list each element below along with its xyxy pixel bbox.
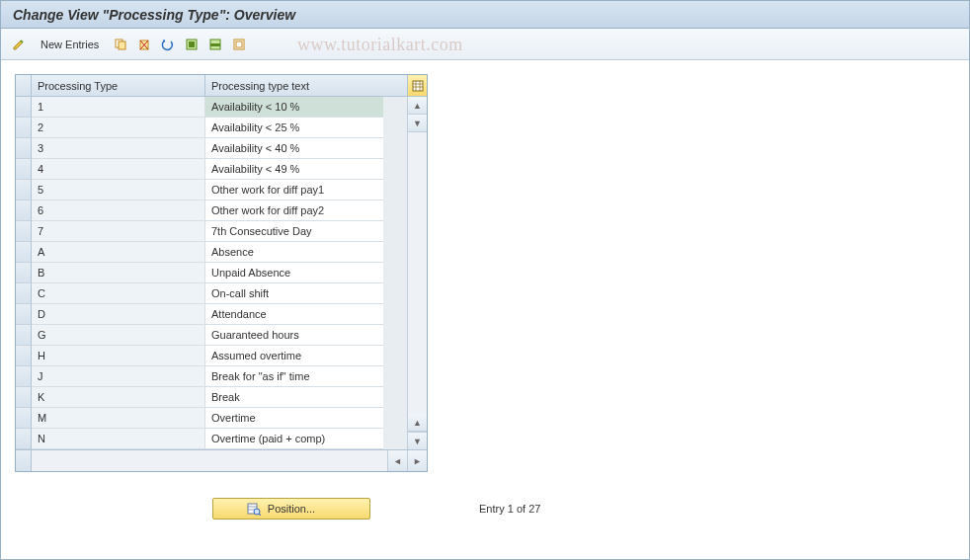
row-selector[interactable]: [16, 304, 32, 325]
grid-footer: ◄ ►: [16, 449, 427, 471]
chevron-up-icon: ▲: [413, 418, 422, 428]
row-selector[interactable]: [16, 429, 32, 449]
table-row[interactable]: 1Availability < 10 %: [16, 97, 407, 118]
content-area: Processing Type Processing type text 1Av…: [1, 60, 969, 520]
scroll-up-button[interactable]: ▲: [408, 97, 427, 115]
column-header-type[interactable]: Processing Type: [32, 75, 205, 96]
scroll-up-step-button[interactable]: ▲: [408, 414, 427, 432]
table-row[interactable]: KBreak: [16, 387, 407, 408]
cell-processing-type[interactable]: 1: [32, 97, 205, 118]
scroll-down-step-button[interactable]: ▼: [408, 115, 427, 132]
configure-columns-button[interactable]: [407, 75, 427, 97]
table-row[interactable]: GGuaranteed hours: [16, 325, 407, 346]
cell-processing-type[interactable]: G: [32, 325, 205, 346]
table-row[interactable]: 6Other work for diff pay2: [16, 200, 407, 221]
cell-processing-text[interactable]: Attendance: [205, 304, 383, 325]
table-row[interactable]: 4Availability < 49 %: [16, 159, 407, 180]
svg-rect-1: [119, 41, 125, 49]
select-block-button[interactable]: [205, 35, 225, 54]
copy-button[interactable]: [111, 35, 130, 54]
cell-processing-type[interactable]: 4: [32, 159, 205, 180]
cell-processing-text[interactable]: Availability < 10 %: [205, 97, 383, 118]
row-selector[interactable]: [16, 97, 32, 118]
cell-processing-text[interactable]: Unpaid Absence: [205, 263, 383, 283]
chevron-down-icon: ▼: [413, 119, 422, 128]
cell-processing-type[interactable]: 2: [32, 118, 205, 138]
row-selector[interactable]: [16, 159, 32, 180]
horizontal-scroll-track[interactable]: [32, 450, 387, 471]
cell-processing-type[interactable]: 5: [32, 180, 205, 200]
cell-processing-text[interactable]: Availability < 25 %: [205, 118, 383, 138]
cell-processing-text[interactable]: Break: [205, 387, 383, 408]
bottom-bar: Position... Entry 1 of 27: [15, 498, 969, 520]
table-row[interactable]: 2Availability < 25 %: [16, 118, 407, 138]
cell-processing-text[interactable]: Guaranteed hours: [205, 325, 383, 346]
cell-processing-type[interactable]: D: [32, 304, 205, 325]
position-button[interactable]: Position...: [212, 498, 370, 520]
pencil-icon: [12, 38, 26, 51]
cell-processing-type[interactable]: 6: [32, 200, 205, 221]
table-row[interactable]: JBreak for "as if" time: [16, 366, 407, 387]
cell-processing-type[interactable]: B: [32, 263, 205, 283]
row-selector[interactable]: [16, 221, 32, 242]
row-selector[interactable]: [16, 263, 32, 283]
cell-processing-text[interactable]: Assumed overtime: [205, 346, 383, 366]
scroll-left-button[interactable]: ◄: [388, 450, 408, 471]
cell-processing-text[interactable]: Break for "as if" time: [205, 366, 383, 387]
position-button-label: Position...: [268, 503, 315, 515]
vertical-scrollbar[interactable]: ▲ ▼ ▲ ▼: [407, 97, 427, 449]
cell-processing-type[interactable]: 7: [32, 221, 205, 242]
table-row[interactable]: 77th Consecutive Day: [16, 221, 407, 242]
select-all-icon: [185, 38, 199, 51]
table-row[interactable]: 3Availability < 40 %: [16, 138, 407, 159]
row-selector[interactable]: [16, 138, 32, 159]
cell-processing-text[interactable]: Availability < 49 %: [205, 159, 383, 180]
table-row[interactable]: DAttendance: [16, 304, 407, 325]
cell-processing-type[interactable]: M: [32, 408, 205, 429]
table-row[interactable]: BUnpaid Absence: [16, 263, 407, 283]
cell-processing-type[interactable]: N: [32, 429, 205, 449]
row-selector[interactable]: [16, 200, 32, 221]
table-row[interactable]: 5Other work for diff pay1: [16, 180, 407, 200]
table-row[interactable]: HAssumed overtime: [16, 346, 407, 366]
cell-processing-text[interactable]: Other work for diff pay2: [205, 200, 383, 221]
table-row[interactable]: COn-call shift: [16, 283, 407, 304]
table-row[interactable]: MOvertime: [16, 408, 407, 429]
cell-processing-type[interactable]: 3: [32, 138, 205, 159]
row-selector[interactable]: [16, 325, 32, 346]
cell-processing-type[interactable]: C: [32, 283, 205, 304]
row-selector[interactable]: [16, 366, 32, 387]
details-button[interactable]: [9, 35, 29, 54]
cell-processing-text[interactable]: Availability < 40 %: [205, 138, 383, 159]
table-row[interactable]: NOvertime (paid + comp): [16, 429, 407, 449]
row-selector[interactable]: [16, 408, 32, 429]
select-all-button[interactable]: [182, 35, 202, 54]
new-entries-button[interactable]: New Entries: [33, 35, 107, 54]
cell-processing-text[interactable]: 7th Consecutive Day: [205, 221, 383, 242]
cell-processing-type[interactable]: A: [32, 242, 205, 263]
scroll-track[interactable]: [408, 132, 427, 414]
scroll-down-button[interactable]: ▼: [408, 432, 427, 449]
deselect-all-button[interactable]: [229, 35, 249, 54]
row-selector[interactable]: [16, 180, 32, 200]
delete-button[interactable]: [134, 35, 154, 54]
row-selector[interactable]: [16, 283, 32, 304]
cell-processing-text[interactable]: Overtime (paid + comp): [205, 429, 383, 449]
row-selector[interactable]: [16, 387, 32, 408]
cell-processing-type[interactable]: K: [32, 387, 205, 408]
cell-processing-text[interactable]: Absence: [205, 242, 383, 263]
table-row[interactable]: AAbsence: [16, 242, 407, 263]
cell-processing-text[interactable]: Other work for diff pay1: [205, 180, 383, 200]
column-header-text[interactable]: Processing type text: [205, 75, 383, 96]
row-selector-header[interactable]: [16, 75, 32, 96]
scroll-right-button[interactable]: ►: [408, 450, 427, 471]
cell-processing-text[interactable]: Overtime: [205, 408, 383, 429]
row-selector[interactable]: [16, 118, 32, 138]
undo-button[interactable]: [158, 35, 178, 54]
cell-processing-type[interactable]: H: [32, 346, 205, 366]
row-selector[interactable]: [16, 242, 32, 263]
table-settings-icon: [412, 80, 424, 92]
row-selector[interactable]: [16, 346, 32, 366]
cell-processing-text[interactable]: On-call shift: [205, 283, 383, 304]
cell-processing-type[interactable]: J: [32, 366, 205, 387]
